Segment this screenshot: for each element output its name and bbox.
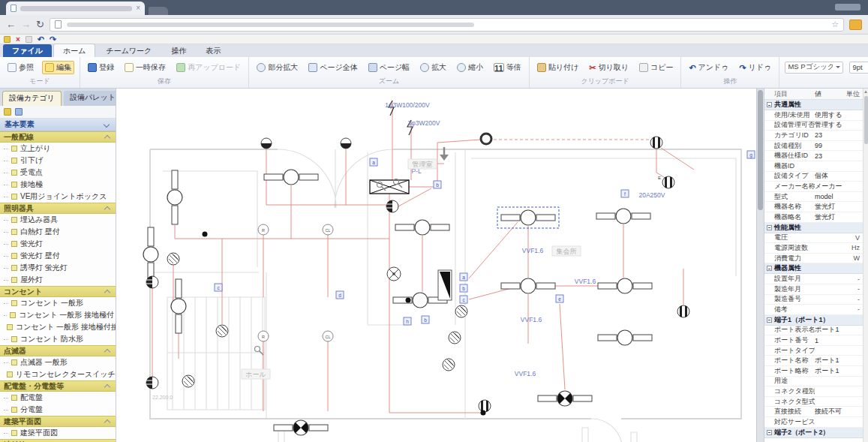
down-symbol[interactable] <box>449 332 461 344</box>
scrollbar-thumb[interactable] <box>758 90 763 210</box>
wire[interactable] <box>560 304 565 389</box>
property-row[interactable]: 設備種別99 <box>764 141 863 152</box>
sidebar-item[interactable]: 立上がり <box>0 143 116 155</box>
property-section-共通属性[interactable]: 共通属性 <box>764 100 863 110</box>
ribbon-button-再アップロード[interactable]: 再アップロード <box>174 62 243 74</box>
sidebar-item[interactable]: コンセント 一般形 接地極付 <box>0 309 116 321</box>
scrollbar-thumb[interactable] <box>864 96 868 144</box>
fluor-symbol[interactable] <box>395 220 449 235</box>
ribbon-button-ページ幅[interactable]: ページ幅 <box>366 62 412 74</box>
property-row[interactable]: 電源周波数Hz <box>764 243 863 254</box>
outlet-symbol[interactable]: E <box>658 176 674 188</box>
sidebar-item[interactable]: 埋込み器具 <box>0 214 116 226</box>
tab-equipment-palette[interactable]: 設備パレット <box>64 91 116 106</box>
property-value[interactable]: 管理する <box>815 120 846 130</box>
outlet-symbol[interactable] <box>479 400 491 412</box>
key-symbol[interactable] <box>255 347 264 356</box>
sidebar-item[interactable]: 蛍光灯 壁付 <box>0 250 116 262</box>
property-section-端子2（ポート2）[interactable]: 端子2（ポート2） <box>764 428 863 438</box>
font-family-select[interactable]: MS Pゴシック <box>785 62 843 74</box>
window-controls[interactable] <box>835 4 860 11</box>
ribbon-button-編集[interactable]: 編集 <box>42 61 74 74</box>
lb-symbol[interactable]: c <box>460 296 467 303</box>
fluor-symbol[interactable] <box>538 391 592 406</box>
sidebar-item[interactable]: 屋外灯 <box>0 274 116 286</box>
panel-symbol[interactable] <box>370 180 409 194</box>
sidebar-root-header[interactable]: 基本要素 <box>0 119 116 131</box>
property-section-機器属性[interactable]: 機器属性 <box>764 263 863 274</box>
property-row[interactable]: ポート名称ポート1 <box>764 356 863 366</box>
property-row[interactable]: 製造番号- <box>764 295 863 305</box>
chevron-up-icon[interactable] <box>104 290 110 296</box>
property-value[interactable]: model <box>815 193 846 200</box>
sidebar-item[interactable]: 接地極 <box>0 179 116 191</box>
down-symbol[interactable] <box>167 253 179 265</box>
property-row[interactable]: 設備管理可否管理する <box>764 121 863 131</box>
sidebar-section-配電盤・分電盤等[interactable]: 配電盤・分電盤等 <box>0 380 116 392</box>
tab-teamwork[interactable]: チームワーク <box>97 44 161 57</box>
property-value[interactable]: ポート1 <box>815 366 846 376</box>
bpanel-symbol[interactable] <box>438 270 452 300</box>
lb-symbol[interactable]: b <box>460 284 467 292</box>
sidebar-item[interactable]: VE用ジョイントボックス <box>0 191 116 203</box>
property-value[interactable]: メーカー <box>815 182 846 191</box>
property-value[interactable]: 23 <box>815 152 846 160</box>
url-input[interactable]: ☆ <box>50 18 844 32</box>
sidebar-section-照明器具[interactable]: 照明器具 <box>0 203 116 214</box>
property-row[interactable]: 直接接続接続不可 <box>764 407 863 417</box>
ribbon-button-登録[interactable]: 登録 <box>86 62 116 74</box>
chevron-up-icon[interactable] <box>104 384 110 390</box>
property-row[interactable]: 製造年月- <box>764 284 863 295</box>
outlet-symbol[interactable] <box>677 305 689 317</box>
collapse-icon[interactable] <box>767 430 772 435</box>
down-symbol[interactable] <box>443 359 455 371</box>
ribbon-button-貼り付け[interactable]: 貼り付け <box>535 62 581 74</box>
sidebar-section-一般配線[interactable]: 一般配線 <box>0 131 116 143</box>
fluor-symbol[interactable] <box>264 170 318 185</box>
property-value[interactable]: 使用する <box>815 110 846 120</box>
fan-symbol[interactable] <box>387 267 401 281</box>
property-value[interactable]: 接続不可 <box>815 407 846 416</box>
sidebar-section-コンセント[interactable]: コンセント <box>0 286 116 297</box>
bookmark-star-icon[interactable]: ☆ <box>831 20 839 29</box>
redo-icon[interactable]: ↷ <box>50 36 56 43</box>
ribbon-button-ページ全体[interactable]: ページ全体 <box>306 62 359 74</box>
ribbon-button-アンドゥ[interactable]: ↶アンドゥ <box>686 62 731 74</box>
property-row[interactable]: 型式model <box>764 192 863 203</box>
forward-icon[interactable]: → <box>21 20 31 29</box>
collapse-icon[interactable] <box>767 102 772 107</box>
tab-operation[interactable]: 操作 <box>162 44 195 57</box>
new-file-icon[interactable] <box>4 36 11 43</box>
property-value[interactable]: 23 <box>815 131 846 139</box>
property-section-性能属性[interactable]: 性能属性 <box>764 223 863 233</box>
wlight-symbol[interactable] <box>146 276 158 288</box>
ribbon-button-等倍[interactable]: 11等倍 <box>491 62 524 74</box>
property-value[interactable]: ポート1 <box>815 325 846 335</box>
outlet-symbol[interactable] <box>650 137 662 149</box>
lb-symbol[interactable]: b <box>434 181 441 188</box>
property-row[interactable]: 機器仕様ID23 <box>764 151 863 161</box>
fluor-symbol[interactable] <box>596 209 650 224</box>
ribbon-button-拡大[interactable]: 拡大 <box>418 62 449 74</box>
property-row[interactable]: ポートタイプ <box>764 346 863 356</box>
expand-all-icon[interactable] <box>4 108 11 116</box>
property-row[interactable]: 備考- <box>764 305 863 315</box>
sidebar-section-点滅器[interactable]: 点滅器 <box>0 345 116 356</box>
fluor-symbol[interactable] <box>501 278 555 293</box>
property-row[interactable]: 機器略名蛍光灯 <box>764 212 863 223</box>
undo-icon[interactable]: ↶ <box>38 36 44 43</box>
sidebar-item[interactable]: 受電点 <box>0 167 116 179</box>
sidebar-item[interactable]: 点滅器 一般形 <box>0 356 116 368</box>
property-row[interactable]: コネクタ型式 <box>764 397 863 407</box>
blank-doc-icon[interactable] <box>26 36 32 43</box>
sidebar-section-建築平面図[interactable]: 建築平面図 <box>0 416 116 427</box>
property-row[interactable]: 機器ID <box>764 161 863 172</box>
sidebar-item[interactable]: 配電盤 <box>0 392 116 404</box>
ribbon-button-一時保存[interactable]: 一時保存 <box>122 62 168 74</box>
wlight-symbol[interactable] <box>146 377 158 389</box>
property-row[interactable]: 用途 <box>764 377 863 387</box>
wire[interactable] <box>656 149 666 179</box>
delete-icon[interactable]: × <box>16 36 20 43</box>
sidebar-section-連結線[interactable]: 連結線 <box>0 439 116 442</box>
back-icon[interactable]: ← <box>6 20 16 29</box>
